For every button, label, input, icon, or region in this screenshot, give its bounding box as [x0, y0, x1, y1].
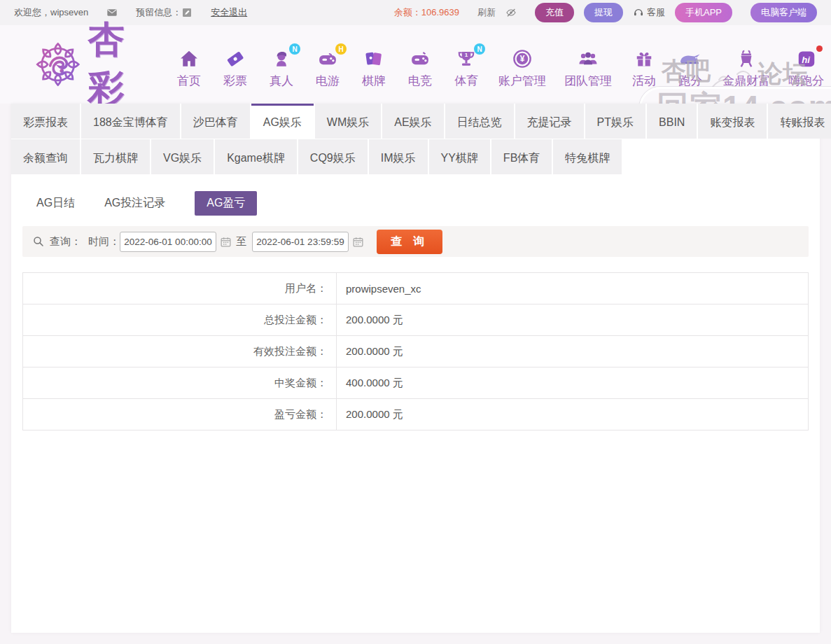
- row-label: 有效投注金额：: [23, 336, 337, 368]
- report-tab[interactable]: PT娱乐: [585, 104, 645, 139]
- report-tab[interactable]: 瓦力棋牌: [81, 139, 150, 174]
- report-tab[interactable]: 日结总览: [445, 104, 514, 139]
- report-tab[interactable]: AE娱乐: [382, 104, 443, 139]
- search-icon: [32, 235, 45, 248]
- trophy-icon: 1N: [452, 47, 480, 71]
- row-label: 中奖金额：: [23, 368, 337, 399]
- nav-item[interactable]: 活动: [630, 47, 658, 89]
- gift-icon: [630, 47, 658, 71]
- report-tab[interactable]: 余额查询: [11, 139, 80, 174]
- time-label: 时间：: [88, 235, 120, 248]
- main-nav: 首页 彩票 N 真人 H 电游 棋牌: [175, 47, 824, 89]
- search-bar: 查询： 时间： 至 查 询: [22, 226, 809, 257]
- report-tab[interactable]: 特兔棋牌: [553, 139, 622, 174]
- nav-item[interactable]: 首页: [175, 47, 203, 89]
- nav-item-label: 金鼎财富: [722, 73, 770, 89]
- logo-flower-icon: [32, 38, 84, 91]
- calendar-from-icon[interactable]: [220, 236, 232, 248]
- headset-icon: [633, 7, 644, 18]
- subtab[interactable]: AG盈亏: [195, 191, 257, 216]
- report-tab[interactable]: 转账报表: [768, 104, 831, 139]
- report-tab-label: 转账报表: [780, 116, 825, 128]
- new-badge: N: [289, 43, 300, 55]
- report-tab-label: 余额查询: [23, 152, 68, 164]
- report-tab[interactable]: IM娱乐: [369, 139, 428, 174]
- subtab-label: AG盈亏: [207, 197, 245, 209]
- report-tab-label: Kgame棋牌: [227, 152, 285, 164]
- subtab-label: AG日结: [36, 197, 75, 209]
- yuan-coin-icon: ¥: [508, 47, 536, 71]
- site-header: 杏彩 首页 彩票 N 真人 H: [0, 25, 831, 104]
- table-row: 有效投注金额： 200.0000 元: [23, 336, 809, 368]
- nav-item-label: 棋牌: [362, 73, 386, 89]
- report-tab[interactable]: WM娱乐: [315, 104, 381, 139]
- recharge-button[interactable]: 充值: [535, 3, 574, 22]
- report-tab-label: VG娱乐: [163, 152, 202, 164]
- report-tab-label: 沙巴体育: [193, 116, 238, 128]
- report-tab[interactable]: AG娱乐: [251, 104, 314, 139]
- nav-item[interactable]: 棋牌: [360, 47, 388, 89]
- nav-item[interactable]: 金鼎财富: [722, 47, 770, 89]
- report-tab-label: PT娱乐: [597, 116, 634, 128]
- svg-text:1: 1: [465, 52, 468, 58]
- subtab[interactable]: AG日结: [36, 191, 75, 216]
- report-tab[interactable]: FB体育: [491, 139, 552, 174]
- nav-item[interactable]: 1N 体育: [452, 47, 480, 89]
- query-button[interactable]: 查 询: [377, 230, 442, 254]
- report-tab[interactable]: VG娱乐: [151, 139, 214, 174]
- report-tab[interactable]: 充提记录: [515, 104, 584, 139]
- nav-item-label: 电竞: [408, 73, 432, 89]
- nav-item[interactable]: H 电游: [314, 47, 342, 89]
- edit-icon[interactable]: [181, 7, 193, 18]
- balance-label: 余额：: [394, 7, 421, 18]
- report-tab[interactable]: BBIN: [647, 104, 697, 139]
- table-row: 盈亏金额： 200.0000 元: [23, 399, 809, 430]
- withdraw-button[interactable]: 提现: [584, 3, 623, 22]
- esports-gamepad-icon: [406, 47, 434, 71]
- report-tab-label: FB体育: [503, 152, 540, 164]
- mobile-app-button[interactable]: 手机APP: [675, 3, 732, 22]
- nav-item[interactable]: 团队管理: [564, 47, 612, 89]
- row-value: 200.0000 元: [337, 399, 809, 430]
- svg-text:¥: ¥: [520, 54, 525, 64]
- nav-item[interactable]: hi 嗨跑分: [788, 47, 824, 89]
- topbar-right: 余额：106.9639 刷新 充值 提现 客服 手机APP 电脑客户端: [394, 3, 817, 22]
- report-tab-label: 彩票报表: [23, 116, 68, 128]
- eye-off-icon[interactable]: [505, 7, 517, 18]
- live-person-icon: N: [267, 47, 295, 71]
- table-row: 总投注金额： 200.0000 元: [23, 304, 809, 336]
- refresh-link[interactable]: 刷新: [477, 6, 496, 19]
- report-tab-label: 特兔棋牌: [565, 152, 610, 164]
- nav-item[interactable]: N 真人: [267, 47, 295, 89]
- logo-text: 杏彩: [88, 15, 162, 113]
- report-tab[interactable]: 沙巴体育: [181, 104, 250, 139]
- report-tab[interactable]: Kgame棋牌: [215, 139, 297, 174]
- profit-loss-table: 用户名： prowipseven_xc 总投注金额： 200.0000 元 有效…: [22, 272, 809, 430]
- new-badge: N: [474, 43, 485, 55]
- ticket-icon: [221, 47, 249, 71]
- nav-item[interactable]: 跑分: [676, 47, 704, 89]
- nav-item[interactable]: ¥ 账户管理: [498, 47, 546, 89]
- new-badge: H: [335, 43, 347, 55]
- report-tab[interactable]: 账变报表: [698, 104, 767, 139]
- nav-item[interactable]: 电竞: [406, 47, 434, 89]
- report-tab[interactable]: 彩票报表: [11, 104, 80, 139]
- nav-item-label: 嗨跑分: [788, 73, 824, 89]
- logout-link[interactable]: 安全退出: [211, 6, 247, 19]
- date-to-input[interactable]: [252, 232, 349, 252]
- site-logo[interactable]: 杏彩: [32, 15, 162, 113]
- nav-item-label: 体育: [454, 73, 478, 89]
- nav-item[interactable]: 彩票: [221, 47, 249, 89]
- customer-service-link[interactable]: 客服: [647, 6, 665, 19]
- subtab[interactable]: AG投注记录: [104, 191, 165, 216]
- report-tab[interactable]: CQ9娱乐: [298, 139, 368, 174]
- report-tab[interactable]: YY棋牌: [429, 139, 490, 174]
- date-from-input[interactable]: [120, 232, 216, 252]
- query-label: 查询：: [50, 235, 81, 248]
- subtab-label: AG投注记录: [104, 197, 165, 209]
- pc-client-button[interactable]: 电脑客户端: [750, 3, 817, 22]
- report-tab[interactable]: 188金宝博体育: [81, 104, 180, 139]
- table-row: 中奖金额： 400.0000 元: [23, 368, 809, 399]
- calendar-to-icon[interactable]: [352, 236, 364, 248]
- subtab-row: AG日结 AG投注记录 AG盈亏: [11, 174, 820, 216]
